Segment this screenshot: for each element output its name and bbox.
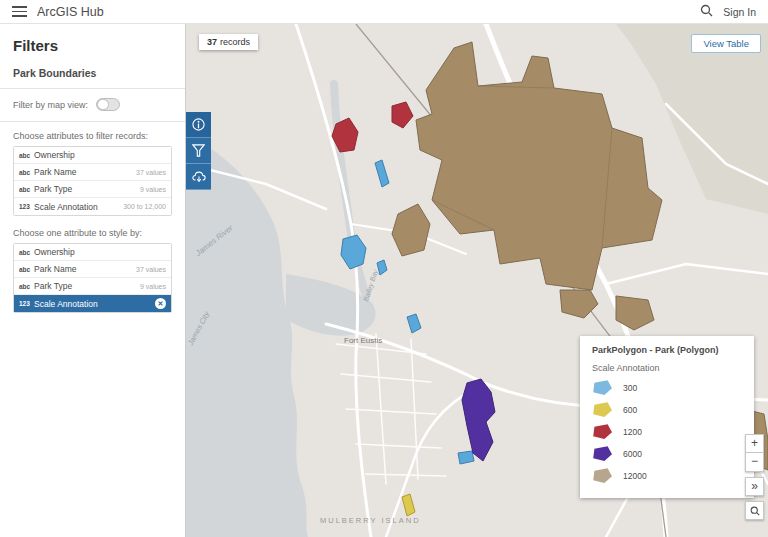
top-bar: ArcGIS Hub Sign In <box>0 0 768 24</box>
filter-attr-park-type[interactable]: abc Park Type 9 values <box>14 181 171 198</box>
dataset-title: Park Boundaries <box>13 67 172 79</box>
cloud-download-icon <box>192 170 206 183</box>
panel-title: Filters <box>13 37 172 54</box>
filter-section-label: Choose attributes to filter records: <box>13 131 172 141</box>
map-view-toggle[interactable] <box>96 98 120 111</box>
collapse-button[interactable]: » <box>745 477 764 496</box>
download-button[interactable] <box>186 164 211 190</box>
sign-in-link[interactable]: Sign In <box>723 6 756 18</box>
magnifier-icon <box>750 506 760 516</box>
filter-button[interactable] <box>186 138 211 164</box>
info-button[interactable] <box>186 112 211 138</box>
legend-field-name: Scale Annotation <box>592 363 742 373</box>
map-view-toggle-label: Filter by map view: <box>13 100 88 110</box>
records-count-badge: 37records <box>199 34 258 50</box>
style-attr-scale-annotation-selected[interactable]: 123 Scale Annotation ✕ <box>14 295 171 312</box>
map-search-button[interactable] <box>745 501 764 520</box>
filter-funnel-icon <box>192 144 205 157</box>
view-table-button[interactable]: View Table <box>691 34 761 53</box>
filter-attr-scale-annotation[interactable]: 123 Scale Annotation 300 to 12,000 <box>14 198 171 215</box>
legend-swatch-300 <box>592 380 612 395</box>
filter-attribute-list: abc Ownership abc Park Name 37 values ab… <box>13 146 172 216</box>
map-container[interactable]: James River James City Bailey Bay Fort E… <box>186 24 768 537</box>
clear-style-attribute-icon[interactable]: ✕ <box>155 298 166 309</box>
legend-swatch-6000 <box>592 446 612 461</box>
legend-item: 12000 <box>592 468 742 483</box>
style-attribute-list: abc Ownership abc Park Name 37 values ab… <box>13 243 172 313</box>
legend-swatch-12000 <box>592 468 612 483</box>
map-controls: + − » <box>745 434 764 520</box>
legend-panel: ParkPolygon - Park (Polygon) Scale Annot… <box>580 336 754 498</box>
app-title: ArcGIS Hub <box>37 5 104 19</box>
legend-swatch-1200 <box>592 424 612 439</box>
style-attr-park-type[interactable]: abc Park Type 9 values <box>14 278 171 295</box>
legend-item: 1200 <box>592 424 742 439</box>
map-tool-stack <box>186 112 211 190</box>
search-icon[interactable] <box>700 3 713 21</box>
legend-item: 600 <box>592 402 742 417</box>
zoom-in-button[interactable]: + <box>745 434 764 453</box>
style-section-label: Choose one attribute to style by: <box>13 228 172 238</box>
legend-swatch-600 <box>592 402 612 417</box>
style-attr-park-name[interactable]: abc Park Name 37 values <box>14 261 171 278</box>
legend-title: ParkPolygon - Park (Polygon) <box>592 345 742 355</box>
zoom-out-button[interactable]: − <box>745 453 764 472</box>
filter-attr-ownership[interactable]: abc Ownership <box>14 147 171 164</box>
legend-item: 6000 <box>592 446 742 461</box>
menu-icon[interactable] <box>12 6 27 17</box>
info-icon <box>192 118 205 131</box>
filter-attr-park-name[interactable]: abc Park Name 37 values <box>14 164 171 181</box>
filters-panel: Filters Park Boundaries Filter by map vi… <box>0 24 186 537</box>
legend-item: 300 <box>592 380 742 395</box>
style-attr-ownership[interactable]: abc Ownership <box>14 244 171 261</box>
